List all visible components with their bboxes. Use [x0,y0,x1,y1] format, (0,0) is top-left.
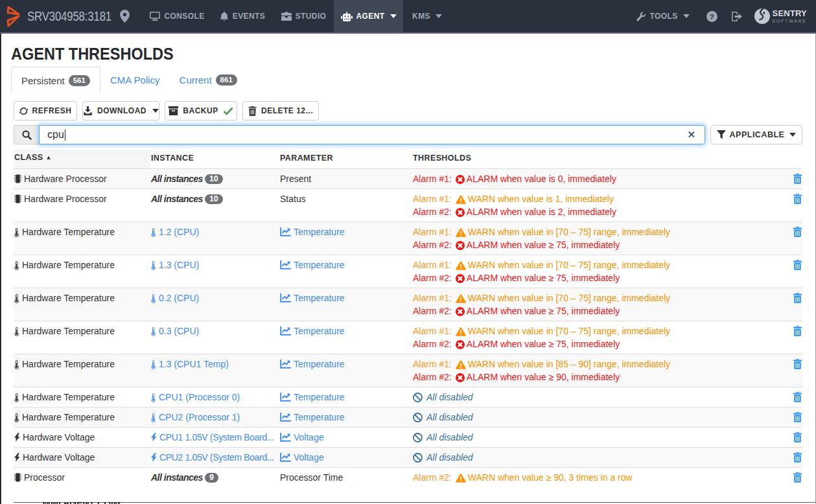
svg-text:?: ? [710,12,714,20]
